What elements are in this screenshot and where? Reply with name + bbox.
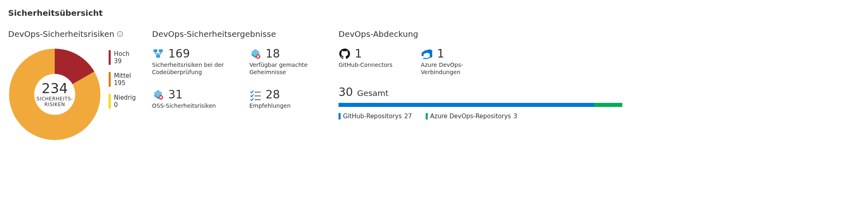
coverage-connectors: 1 GitHub-Connectors 1 Azure DevOps-Verbi… [339, 48, 860, 76]
coverage-section: DevOps-Abdeckung 1 GitHub-Connectors 1 [339, 29, 860, 120]
coverage-bar-chart [339, 103, 622, 107]
page-title: Sicherheitsübersicht [8, 8, 860, 18]
coverage-swatch-github [339, 113, 341, 119]
stat-github-connectors: 1 GitHub-Connectors [339, 48, 392, 76]
coverage-legend-ado-label: Azure DevOps-Repositorys [430, 113, 511, 120]
coverage-legend: GitHub-Repositorys 27 Azure DevOps-Repos… [339, 113, 860, 120]
azure-devops-icon [421, 48, 433, 60]
svg-point-3 [34, 74, 75, 115]
coverage-legend-ado-value: 3 [513, 113, 517, 120]
coverage-total-value: 30 [339, 85, 353, 99]
stat-github-label: GitHub-Connectors [339, 62, 392, 69]
stat-secrets-value: 18 [266, 48, 280, 60]
stat-ado-connectors: 1 Azure DevOps-Verbindungen [421, 48, 494, 76]
findings-section: DevOps-Sicherheitsergebnisse 169 Sicherh… [152, 29, 322, 110]
stat-github-value: 1 [355, 48, 362, 60]
risks-body: 234 SICHERHEITS- RISIKEN Hoch 39 Mittel [8, 48, 136, 141]
stat-recs-label: Empfehlungen [249, 102, 322, 110]
code-scan-icon [152, 48, 164, 60]
legend-value-high: 39 [114, 58, 129, 65]
stat-ado-value: 1 [437, 48, 444, 60]
coverage-bar-github [339, 103, 594, 107]
findings-grid: 169 Sicherheitsrisiken bei der Codeüberp… [152, 48, 322, 110]
risks-heading-text: DevOps-Sicherheitsrisiken [8, 29, 114, 39]
legend-item-high: Hoch 39 [109, 50, 136, 65]
recommendations-icon [249, 89, 261, 101]
legend-swatch-low [109, 94, 111, 109]
stat-oss: 31 OSS-Sicherheitsrisiken [152, 89, 225, 110]
svg-rect-4 [154, 49, 157, 53]
stat-oss-label: OSS-Sicherheitsrisiken [152, 102, 225, 110]
sections-row: DevOps-Sicherheitsrisiken [8, 29, 860, 141]
stat-code-scanning: 169 Sicherheitsrisiken bei der Codeüberp… [152, 48, 225, 76]
info-icon[interactable] [117, 31, 123, 37]
coverage-swatch-ado [426, 113, 428, 119]
legend-label-high: Hoch [114, 50, 129, 58]
risks-donut-chart: 234 SICHERHEITS- RISIKEN [8, 48, 101, 141]
legend-swatch-medium [109, 72, 111, 87]
stat-secrets-label: Verfügbar gemachte Geheimnisse [249, 62, 322, 76]
legend-label-low: Niedrig [114, 94, 136, 101]
coverage-legend-ado: Azure DevOps-Repositorys 3 [426, 113, 517, 120]
legend-value-low: 0 [114, 101, 136, 109]
stat-ado-label: Azure DevOps-Verbindungen [421, 62, 494, 76]
oss-icon [152, 89, 164, 101]
stat-secrets: 18 Verfügbar gemachte Geheimnisse [249, 48, 322, 76]
svg-rect-6 [156, 55, 160, 58]
findings-heading: DevOps-Sicherheitsergebnisse [152, 29, 322, 39]
stat-code-label: Sicherheitsrisiken bei der Codeüberprüfu… [152, 62, 225, 76]
stat-oss-value: 31 [168, 89, 183, 100]
legend-item-low: Niedrig 0 [109, 94, 136, 109]
stat-recs-value: 28 [266, 89, 280, 100]
coverage-bar-ado [594, 103, 622, 107]
legend-value-medium: 195 [114, 79, 131, 87]
github-icon [339, 48, 351, 60]
svg-rect-5 [159, 49, 163, 53]
stat-recommendations: 28 Empfehlungen [249, 89, 322, 110]
coverage-total: 30 Gesamt [339, 85, 860, 99]
risks-section: DevOps-Sicherheitsrisiken [8, 29, 136, 141]
coverage-total-label: Gesamt [357, 88, 389, 98]
legend-item-medium: Mittel 195 [109, 72, 136, 87]
legend-swatch-high [109, 50, 111, 65]
coverage-legend-github-label: GitHub-Repositorys [343, 113, 402, 120]
coverage-legend-github: GitHub-Repositorys 27 [339, 113, 412, 120]
coverage-legend-github-value: 27 [404, 113, 412, 120]
secrets-icon [249, 48, 261, 60]
coverage-heading: DevOps-Abdeckung [339, 29, 860, 39]
stat-code-value: 169 [168, 48, 190, 60]
risks-legend: Hoch 39 Mittel 195 Niedrig 0 [109, 48, 136, 109]
svg-point-2 [120, 32, 120, 33]
risks-heading: DevOps-Sicherheitsrisiken [8, 29, 136, 39]
legend-label-medium: Mittel [114, 72, 131, 79]
